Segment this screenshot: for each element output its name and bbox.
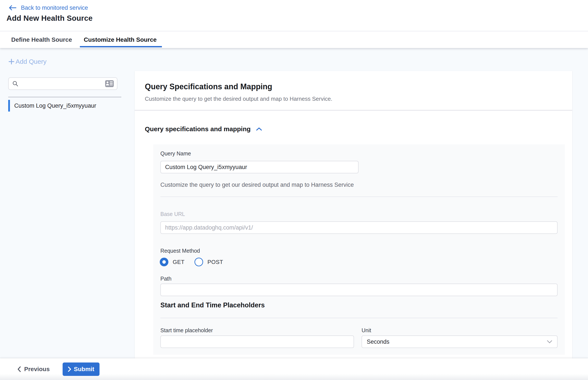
radio-option-get[interactable]: GET bbox=[160, 258, 185, 266]
query-spec-panel: Query Name Customize the query to get ou… bbox=[153, 144, 565, 355]
previous-button[interactable]: Previous bbox=[17, 358, 50, 380]
path-label: Path bbox=[160, 276, 171, 282]
section-header-label: Query specifications and mapping bbox=[145, 125, 251, 133]
chevron-right-icon bbox=[68, 366, 71, 372]
add-query-button[interactable]: Add Query bbox=[8, 58, 46, 65]
radio-get-selected-icon[interactable] bbox=[160, 258, 168, 266]
card-subtitle: Customize the query to get the desired o… bbox=[145, 95, 332, 102]
request-method-radio-group: GET POST bbox=[160, 258, 223, 266]
time-placeholders-heading: Start and End Time Placeholders bbox=[160, 301, 265, 309]
query-mapping-card: Query Specifications and Mapping Customi… bbox=[135, 71, 572, 358]
radio-get-label: GET bbox=[173, 259, 185, 266]
query-name-label: Query Name bbox=[160, 151, 191, 157]
previous-button-label: Previous bbox=[24, 366, 50, 373]
tab-customize-health-source[interactable]: Customize Health Source bbox=[84, 31, 157, 48]
contact-card-icon[interactable] bbox=[105, 80, 114, 87]
content-area: Add Query Custom Log Query_i5xmyyuaur bbox=[0, 48, 588, 358]
unit-select-value: Seconds bbox=[367, 339, 389, 345]
chevron-left-icon bbox=[17, 366, 21, 372]
request-method-label: Request Method bbox=[160, 248, 200, 254]
sidebar-divider bbox=[8, 97, 121, 97]
start-time-input[interactable] bbox=[160, 336, 354, 348]
card-divider bbox=[135, 110, 572, 111]
page-title: Add New Health Source bbox=[6, 14, 93, 22]
submit-button-label: Submit bbox=[74, 366, 94, 373]
unit-label: Unit bbox=[362, 327, 371, 334]
plus-icon bbox=[8, 58, 15, 65]
query-name-helper: Customize the query to get our desired o… bbox=[160, 182, 354, 188]
chevron-up-icon bbox=[256, 127, 262, 131]
radio-post-label: POST bbox=[208, 259, 223, 266]
arrow-left-icon bbox=[9, 5, 17, 11]
panel-divider bbox=[160, 196, 557, 197]
search-icon bbox=[12, 80, 18, 87]
selected-item-bar bbox=[8, 100, 10, 112]
path-input[interactable] bbox=[160, 284, 557, 296]
submit-button[interactable]: Submit bbox=[63, 362, 100, 376]
card-title: Query Specifications and Mapping bbox=[145, 82, 272, 91]
panel-divider-2 bbox=[160, 318, 557, 318]
unit-select[interactable]: Seconds bbox=[362, 336, 557, 348]
radio-option-post[interactable]: POST bbox=[194, 258, 223, 266]
base-url-input[interactable] bbox=[160, 221, 557, 234]
back-link-label: Back to monitored service bbox=[21, 4, 88, 11]
footer-bar: Previous Submit bbox=[0, 358, 588, 380]
query-item-label: Custom Log Query_i5xmyyuaur bbox=[14, 102, 96, 109]
query-list-item[interactable]: Custom Log Query_i5xmyyuaur bbox=[8, 100, 125, 112]
section-toggle[interactable]: Query specifications and mapping bbox=[145, 125, 262, 133]
add-query-label: Add Query bbox=[16, 58, 46, 65]
query-name-input[interactable] bbox=[160, 161, 359, 173]
page-header: Back to monitored service Add New Health… bbox=[0, 0, 588, 31]
query-search-box bbox=[8, 77, 117, 90]
tab-define-health-source[interactable]: Define Health Source bbox=[11, 31, 72, 48]
search-input[interactable] bbox=[21, 80, 102, 87]
chevron-down-icon bbox=[547, 340, 552, 343]
base-url-label: Base URL bbox=[160, 211, 185, 217]
tab-bar: Define Health Source Customize Health So… bbox=[0, 31, 588, 48]
radio-post-unselected-icon[interactable] bbox=[194, 258, 203, 266]
back-link[interactable]: Back to monitored service bbox=[9, 3, 88, 13]
start-time-label: Start time placeholder bbox=[160, 327, 213, 334]
active-tab-indicator bbox=[80, 46, 162, 47]
